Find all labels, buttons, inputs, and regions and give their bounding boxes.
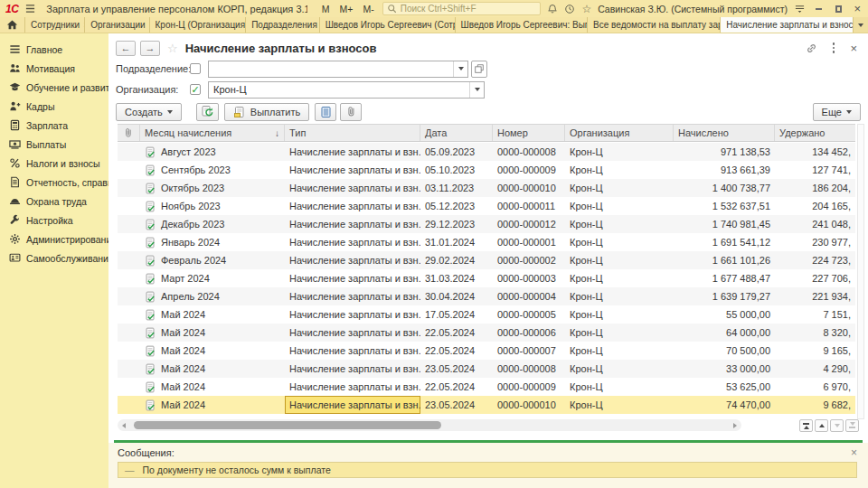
row-month-cell[interactable]: Февраль 2024 bbox=[140, 251, 285, 269]
row-attachments-cell[interactable] bbox=[118, 378, 140, 396]
row-organization-cell[interactable]: Крон-Ц bbox=[565, 251, 674, 269]
row-date-cell[interactable]: 22.05.2024 bbox=[420, 342, 493, 360]
department-open-button[interactable] bbox=[471, 61, 487, 78]
table-row[interactable]: Май 2024Начисление зарплаты и взн...17.0… bbox=[118, 305, 855, 324]
sidebar-item-report[interactable]: Отчетность, справки bbox=[0, 173, 108, 192]
row-month-cell[interactable]: Октябрь 2023 bbox=[140, 179, 285, 197]
row-number-cell[interactable]: 0000-000009 bbox=[493, 161, 565, 179]
attachments-button[interactable] bbox=[340, 103, 362, 121]
row-organization-cell[interactable]: Крон-Ц bbox=[565, 360, 674, 378]
row-type-cell[interactable]: Начисление зарплаты и взн... bbox=[285, 215, 420, 233]
row-date-cell[interactable]: 05.10.2023 bbox=[420, 161, 493, 179]
messages-close-icon[interactable]: × bbox=[851, 447, 857, 458]
row-withheld-cell[interactable]: 230 977, bbox=[775, 233, 855, 251]
row-number-cell[interactable]: 0000-000005 bbox=[493, 305, 565, 324]
row-number-cell[interactable]: 0000-000010 bbox=[493, 396, 565, 414]
organization-combobox[interactable]: Крон-Ц bbox=[208, 81, 485, 99]
create-button[interactable]: Создать bbox=[116, 103, 182, 121]
column-organization[interactable]: Организация bbox=[565, 125, 674, 141]
row-type-cell[interactable]: Начисление зарплаты и взн... bbox=[285, 251, 420, 269]
row-attachments-cell[interactable] bbox=[118, 287, 140, 305]
vertical-scrollbar[interactable] bbox=[857, 124, 864, 419]
row-number-cell[interactable]: 0000-000007 bbox=[493, 342, 565, 360]
row-month-cell[interactable]: Май 2024 bbox=[140, 305, 285, 324]
row-organization-cell[interactable]: Крон-Ц bbox=[565, 179, 674, 197]
row-date-cell[interactable]: 05.09.2023 bbox=[420, 143, 493, 161]
service-menu-icon[interactable] bbox=[794, 4, 806, 14]
sidebar-item-menu[interactable]: Главное bbox=[0, 40, 108, 59]
table-row[interactable]: Май 2024Начисление зарплаты и взн...23.0… bbox=[118, 396, 855, 414]
row-date-cell[interactable]: 22.05.2024 bbox=[420, 378, 493, 396]
row-withheld-cell[interactable]: 6 970, bbox=[775, 378, 855, 396]
row-type-cell[interactable]: Начисление зарплаты и взн... bbox=[285, 161, 420, 179]
journal-button[interactable] bbox=[315, 103, 336, 121]
create-by-copy-button[interactable] bbox=[196, 103, 219, 121]
forward-button[interactable]: → bbox=[140, 41, 160, 56]
column-accrued[interactable]: Начислено bbox=[674, 125, 775, 141]
organization-dropdown-icon[interactable] bbox=[469, 82, 484, 98]
table-row[interactable]: Декабрь 2023Начисление зарплаты и взн...… bbox=[118, 215, 855, 233]
go-first-button[interactable] bbox=[799, 419, 813, 432]
row-accrued-cell[interactable]: 1 661 101,26 bbox=[674, 251, 775, 269]
tab-item[interactable]: Все ведомости на выплату зар...× bbox=[588, 17, 721, 33]
row-month-cell[interactable]: Март 2024 bbox=[140, 269, 285, 287]
tab-item[interactable]: Организации× bbox=[85, 17, 149, 33]
row-attachments-cell[interactable] bbox=[118, 251, 140, 269]
row-number-cell[interactable]: 0000-000006 bbox=[493, 324, 565, 342]
row-withheld-cell[interactable]: 224 723, bbox=[775, 251, 855, 269]
row-organization-cell[interactable]: Крон-Ц bbox=[565, 305, 674, 324]
row-organization-cell[interactable]: Крон-Ц bbox=[565, 342, 674, 360]
row-attachments-cell[interactable] bbox=[118, 305, 140, 324]
row-type-cell[interactable]: Начисление зарплаты и взн... bbox=[285, 143, 420, 161]
tab-item[interactable]: Крон-Ц (Организация)× bbox=[150, 17, 247, 33]
sidebar-item-helmet[interactable]: Охрана труда bbox=[0, 192, 108, 211]
global-search-input[interactable]: Поиск Ctrl+Shift+F bbox=[382, 2, 542, 15]
row-accrued-cell[interactable]: 33 000,00 bbox=[674, 360, 775, 378]
horizontal-scrollbar[interactable] bbox=[118, 419, 741, 431]
tab-item[interactable]: Начисление зарплаты и взносов× bbox=[721, 17, 854, 33]
maximize-button[interactable] bbox=[835, 5, 843, 13]
scroll-right-icon[interactable] bbox=[733, 423, 737, 428]
row-accrued-cell[interactable]: 1 400 738,77 bbox=[674, 179, 775, 197]
row-withheld-cell[interactable]: 221 934, bbox=[775, 287, 855, 305]
row-organization-cell[interactable]: Крон-Ц bbox=[565, 287, 674, 305]
table-row[interactable]: Май 2024Начисление зарплаты и взн...22.0… bbox=[118, 378, 855, 396]
column-date[interactable]: Дата bbox=[420, 125, 493, 141]
pay-button[interactable]: Выплатить bbox=[224, 103, 309, 121]
more-button[interactable]: Еще bbox=[813, 103, 861, 121]
row-type-cell[interactable]: Начисление зарплаты и взн... bbox=[285, 269, 420, 287]
row-date-cell[interactable]: 23.05.2024 bbox=[420, 360, 493, 378]
sidebar-item-wrench[interactable]: Настройка bbox=[0, 211, 108, 230]
memory-add-button[interactable]: M+ bbox=[338, 4, 355, 14]
row-organization-cell[interactable]: Крон-Ц bbox=[565, 378, 674, 396]
row-date-cell[interactable]: 30.04.2024 bbox=[420, 287, 493, 305]
sidebar-item-gear[interactable]: Администрирование bbox=[0, 230, 108, 249]
row-month-cell[interactable]: Апрель 2024 bbox=[140, 287, 285, 305]
row-organization-cell[interactable]: Крон-Ц bbox=[565, 197, 674, 215]
row-number-cell[interactable]: 0000-000002 bbox=[493, 251, 565, 269]
row-attachments-cell[interactable] bbox=[118, 197, 140, 215]
row-withheld-cell[interactable]: 186 204, bbox=[775, 179, 855, 197]
table-row[interactable]: Февраль 2024Начисление зарплаты и взн...… bbox=[118, 251, 855, 269]
memory-store-button[interactable]: M bbox=[320, 4, 332, 14]
row-type-cell[interactable]: Начисление зарплаты и взн... bbox=[285, 233, 420, 251]
row-type-cell[interactable]: Начисление зарплаты и взн... bbox=[285, 378, 420, 396]
main-menu-icon[interactable] bbox=[24, 4, 36, 14]
row-accrued-cell[interactable]: 55 000,00 bbox=[674, 305, 775, 324]
row-accrued-cell[interactable]: 913 661,39 bbox=[674, 161, 775, 179]
row-number-cell[interactable]: 0000-000008 bbox=[493, 143, 565, 161]
row-month-cell[interactable]: Ноябрь 2023 bbox=[140, 197, 285, 215]
row-type-cell[interactable]: Начисление зарплаты и взн... bbox=[285, 179, 420, 197]
department-combobox[interactable] bbox=[208, 61, 468, 78]
row-type-cell[interactable]: Начисление зарплаты и взн... bbox=[285, 324, 420, 342]
column-month[interactable]: Месяц начисления↓ bbox=[140, 125, 285, 141]
row-withheld-cell[interactable]: 7 151, bbox=[775, 305, 855, 324]
row-accrued-cell[interactable]: 1 532 637,51 bbox=[674, 197, 775, 215]
row-withheld-cell[interactable]: 134 452, bbox=[775, 143, 855, 161]
row-accrued-cell[interactable]: 70 500,00 bbox=[674, 342, 775, 360]
row-accrued-cell[interactable]: 1 691 541,12 bbox=[674, 233, 775, 251]
row-accrued-cell[interactable]: 971 138,53 bbox=[674, 143, 775, 161]
row-date-cell[interactable]: 03.11.2023 bbox=[420, 179, 493, 197]
row-date-cell[interactable]: 29.02.2024 bbox=[420, 251, 493, 269]
row-number-cell[interactable]: 0000-000009 bbox=[493, 378, 565, 396]
